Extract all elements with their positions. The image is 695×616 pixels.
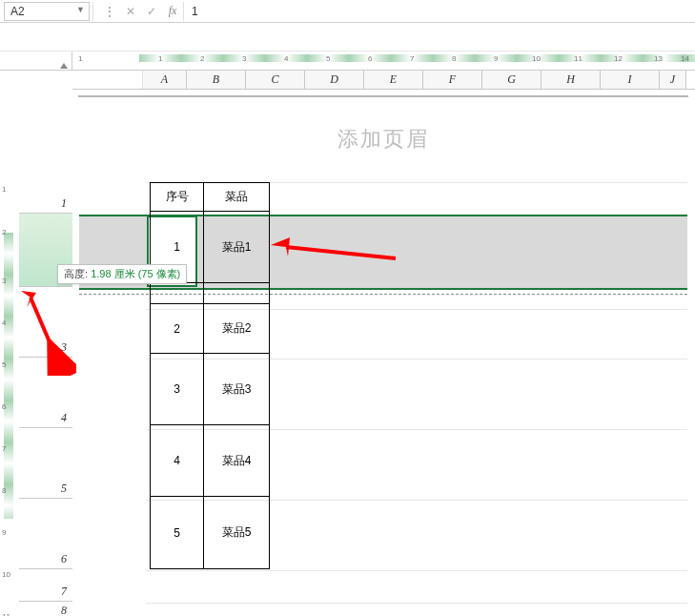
ruler-num: 6 [368, 54, 372, 63]
ruler-highlight [139, 54, 695, 62]
col-header-b[interactable]: B [187, 71, 246, 89]
vruler-highlight [4, 233, 13, 519]
ruler-num: 8 [452, 54, 456, 63]
col-header-a[interactable]: A [143, 71, 187, 89]
tooltip-prefix: 高度: [64, 268, 91, 279]
toolbar-spacer [0, 23, 695, 51]
col-header-j[interactable]: J [660, 71, 686, 89]
x-icon: ✕ [126, 5, 135, 18]
cell-empty[interactable] [204, 283, 269, 304]
ruler-num: 3 [242, 54, 246, 63]
name-box-value: A2 [10, 5, 25, 18]
fx-button[interactable]: fx [162, 2, 183, 21]
table-row: 5 菜品5 [151, 497, 269, 568]
vruler-num: 3 [2, 277, 6, 285]
col-header-gutter [72, 71, 143, 89]
page[interactable]: 添加页眉 [78, 95, 688, 97]
page-header-placeholder[interactable]: 添加页眉 [79, 125, 687, 154]
chevron-down-icon[interactable]: ▼ [76, 5, 85, 14]
ruler-num: 1 [78, 54, 82, 63]
vruler-num: 11 [2, 612, 10, 616]
ruler-num: 11 [574, 54, 583, 63]
data-table: 序号 菜品 1 菜品1 2 菜品2 3 菜品3 [150, 182, 270, 569]
svg-line-1 [286, 247, 396, 258]
gridline-h [146, 570, 687, 571]
vruler-num: 1 [2, 185, 6, 194]
horizontal-ruler-row: 1 1 2 3 4 5 6 7 8 9 10 11 12 13 14 [0, 51, 695, 71]
vruler-num: 2 [2, 228, 6, 236]
ruler-num: 12 [614, 54, 623, 63]
table-row: 3 菜品3 [151, 354, 269, 425]
vruler-num: 6 [2, 402, 6, 411]
cell-name[interactable]: 菜品2 [204, 304, 269, 354]
row-header-6[interactable]: 6 [19, 499, 72, 569]
annotation-arrow-right [267, 237, 400, 266]
annotation-arrow-left [19, 290, 76, 376]
separator [92, 2, 96, 21]
table-gap-row [151, 283, 269, 304]
ruler-num: 4 [284, 54, 288, 63]
svg-line-0 [31, 298, 62, 371]
th-no[interactable]: 序号 [151, 183, 204, 212]
ruler-num: 10 [532, 54, 541, 63]
col-header-d[interactable]: D [305, 71, 364, 89]
ruler-num: 14 [681, 54, 689, 63]
col-header-c[interactable]: C [246, 71, 305, 89]
vruler-num: 10 [2, 570, 10, 579]
indent-marker-icon[interactable] [60, 63, 68, 69]
tooltip-value: 1.98 厘米 (75 像素) [91, 268, 180, 279]
ruler-num: 1 [158, 54, 162, 63]
th-name[interactable]: 菜品 [204, 183, 269, 212]
vruler-num: 9 [2, 528, 6, 537]
ruler-num: 5 [326, 54, 330, 63]
vruler-num: 7 [2, 444, 6, 453]
col-header-g[interactable]: G [482, 71, 542, 89]
cell-no[interactable]: 3 [151, 354, 204, 425]
gridline-h [146, 603, 687, 604]
row-header-1[interactable]: 1 [19, 181, 72, 214]
formula-bar: A2 ▼ ⋮ ✕ ✓ fx 1 [0, 0, 695, 23]
table-row: 2 菜品2 [151, 304, 269, 354]
cell-empty[interactable] [151, 283, 204, 304]
ruler-num: 7 [410, 54, 414, 63]
row-header-5[interactable]: 5 [19, 428, 72, 499]
table-row: 4 菜品4 [151, 425, 269, 497]
confirm-button[interactable]: ✓ [141, 2, 162, 21]
row-header-7[interactable]: 7 [19, 569, 72, 602]
cancel-button[interactable]: ✕ [120, 2, 141, 21]
check-icon: ✓ [147, 5, 156, 18]
horizontal-ruler[interactable]: 1 1 2 3 4 5 6 7 8 9 10 11 12 13 14 [72, 51, 695, 71]
cell-no[interactable]: 4 [151, 425, 204, 497]
vruler-num: 5 [2, 360, 6, 369]
cell-name[interactable]: 菜品4 [204, 425, 269, 497]
ruler-corner [0, 51, 72, 71]
cell-name[interactable]: 菜品3 [204, 354, 269, 425]
formula-value: 1 [192, 5, 198, 18]
cell-no[interactable]: 2 [151, 304, 204, 354]
row-height-tooltip: 高度: 1.98 厘米 (75 像素) [57, 264, 187, 284]
ruler-num: 13 [654, 54, 663, 63]
vruler-num: 8 [2, 486, 6, 495]
fx-label: fx [169, 4, 177, 18]
cell-no[interactable]: 5 [151, 497, 204, 568]
col-header-e[interactable]: E [364, 71, 423, 89]
column-headers: A B C D E F G H I J [72, 71, 695, 90]
name-box[interactable]: A2 ▼ [4, 2, 90, 21]
col-header-i[interactable]: I [601, 71, 660, 89]
col-header-h[interactable]: H [542, 71, 601, 89]
drag-handle-icon[interactable]: ⋮ [103, 4, 116, 19]
ruler-num: 9 [494, 54, 498, 63]
vruler-num: 4 [2, 318, 6, 327]
formula-input[interactable]: 1 [183, 2, 695, 21]
cell-name[interactable]: 菜品1 [204, 212, 269, 283]
col-header-f[interactable]: F [423, 71, 482, 89]
row-header-8[interactable]: 8 [19, 602, 72, 616]
ruler-num: 2 [200, 54, 204, 63]
table-header-row: 序号 菜品 [151, 183, 269, 212]
cell-name[interactable]: 菜品5 [204, 497, 269, 568]
